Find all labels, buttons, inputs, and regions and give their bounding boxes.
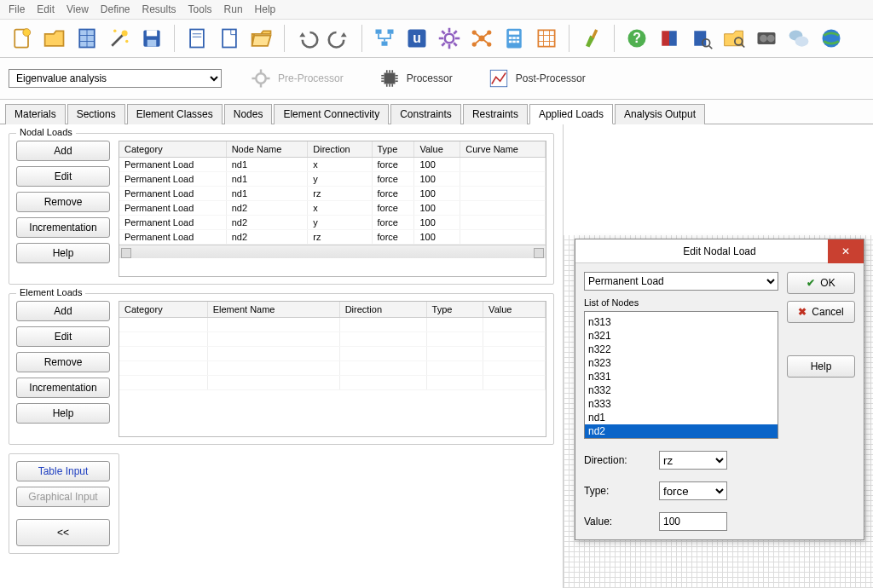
svg-rect-45 (512, 41, 516, 43)
tab-restraints[interactable]: Restraints (463, 104, 528, 124)
svg-rect-16 (376, 30, 382, 34)
molecule-icon[interactable] (468, 25, 495, 52)
menu-results[interactable]: Results (142, 3, 176, 15)
element-loads-grid[interactable]: Category Element Name Direction Type Val… (119, 301, 546, 437)
processor-button[interactable]: Processor (371, 63, 460, 94)
tab-constraints[interactable]: Constraints (390, 104, 461, 124)
nodal-remove-button[interactable]: Remove (16, 192, 110, 212)
svg-line-37 (474, 38, 482, 44)
doc2-icon[interactable] (216, 25, 243, 52)
graphical-input-button[interactable]: Graphical Input (16, 487, 110, 507)
menu-view[interactable]: View (66, 3, 89, 15)
building-icon[interactable] (73, 25, 101, 52)
book-icon[interactable] (656, 25, 683, 52)
element-incrementation-button[interactable]: Incrementation (16, 378, 110, 398)
globe-icon[interactable] (818, 25, 845, 52)
element-loads-title: Element Loads (16, 287, 85, 297)
element-help-button[interactable]: Help (16, 403, 110, 424)
dialog-close-button[interactable]: ✕ (828, 239, 864, 263)
list-item[interactable]: n331 (585, 370, 778, 383)
dialog-cancel-button[interactable]: ✖ Cancel (787, 301, 855, 323)
dialog-titlebar[interactable]: Edit Nodal Load ✕ (575, 239, 864, 263)
table-row[interactable]: Permanent Loadnd2rzforce100 (119, 230, 546, 245)
table-row[interactable]: Permanent Loadnd1xforce100 (119, 158, 546, 172)
value-label: Value: (584, 516, 652, 527)
list-item[interactable]: n332 (585, 383, 778, 397)
doc1-icon[interactable] (183, 25, 211, 52)
value-input[interactable]: 100 (659, 512, 727, 531)
wizard-icon[interactable] (106, 25, 133, 52)
nodal-add-button[interactable]: Add (16, 141, 110, 161)
table-row[interactable]: Permanent Loadnd1yforce100 (119, 172, 546, 187)
analysis-type-select[interactable]: Eigenvalue analysis (9, 69, 222, 88)
menu-tools[interactable]: Tools (188, 3, 212, 15)
tab-sections[interactable]: Sections (67, 104, 125, 124)
post-processor-button[interactable]: Post-Processor (480, 63, 593, 94)
list-item[interactable]: n323 (585, 356, 778, 370)
nodes-listbox[interactable]: n243n311n312n313n321n322n323n331n332n333… (584, 311, 778, 439)
load-category-select[interactable]: Permanent Load (584, 272, 778, 291)
list-item[interactable]: nd1 (585, 411, 778, 424)
table-input-button[interactable]: Table Input (16, 461, 110, 481)
nodal-edit-button[interactable]: Edit (16, 166, 110, 187)
open-file-icon[interactable] (41, 25, 68, 52)
element-edit-button[interactable]: Edit (16, 326, 110, 347)
nodal-incrementation-button[interactable]: Incrementation (16, 217, 110, 238)
svg-line-27 (454, 43, 457, 46)
nodal-grid-hscroll[interactable] (119, 245, 546, 258)
element-remove-button[interactable]: Remove (16, 352, 110, 372)
book-search-icon[interactable] (688, 25, 715, 52)
type-select[interactable]: force (659, 481, 727, 500)
table-row[interactable]: Permanent Loadnd1rzforce100 (119, 187, 546, 201)
tab-materials[interactable]: Materials (5, 104, 66, 124)
redo-icon[interactable] (326, 25, 353, 52)
help-icon[interactable]: ? (623, 25, 650, 52)
tree-icon[interactable] (371, 25, 398, 52)
folder-search-icon[interactable] (720, 25, 748, 52)
back-button[interactable]: << (16, 519, 110, 546)
tab-analysis-output[interactable]: Analysis Output (615, 104, 705, 124)
grid-icon[interactable] (533, 25, 560, 52)
table-row[interactable]: Permanent Loadnd2yforce100 (119, 216, 546, 230)
list-item[interactable]: n333 (585, 397, 778, 411)
processor-icon (378, 66, 402, 90)
tab-element-connectivity[interactable]: Element Connectivity (274, 104, 389, 124)
calculator-icon[interactable] (500, 25, 528, 52)
chat-icon[interactable] (785, 25, 812, 52)
tab-element-classes[interactable]: Element Classes (127, 104, 223, 124)
tab-applied-loads[interactable]: Applied Loads (529, 104, 613, 124)
svg-rect-15 (223, 30, 236, 48)
save-icon[interactable] (138, 25, 165, 52)
pre-processor-button[interactable]: Pre-Processor (242, 63, 350, 94)
dialog-ok-button[interactable]: ✔ OK (787, 272, 855, 294)
svg-line-29 (454, 31, 457, 34)
list-item[interactable]: nd2 (585, 424, 778, 438)
direction-select[interactable]: rz (659, 451, 727, 470)
undo-icon[interactable] (293, 25, 321, 52)
menu-run[interactable]: Run (224, 3, 243, 15)
brush-icon[interactable] (578, 25, 605, 52)
video-icon[interactable] (753, 25, 780, 52)
list-item[interactable]: n322 (585, 343, 778, 356)
list-item[interactable]: n321 (585, 329, 778, 343)
svg-rect-10 (147, 30, 157, 36)
menu-help[interactable]: Help (255, 3, 276, 15)
svg-point-65 (256, 73, 265, 83)
menu-define[interactable]: Define (101, 3, 130, 15)
open-folder-icon[interactable] (248, 25, 275, 52)
svg-point-63 (795, 36, 809, 46)
menu-edit[interactable]: Edit (37, 3, 55, 15)
new-file-icon[interactable] (9, 25, 36, 52)
u-icon[interactable]: u (403, 25, 431, 52)
nodal-loads-grid[interactable]: Category Node Name Direction Type Value … (119, 141, 546, 277)
svg-rect-11 (147, 40, 157, 47)
dialog-help-button[interactable]: Help (787, 355, 855, 378)
gear-icon[interactable] (436, 25, 463, 52)
list-item[interactable]: n313 (585, 315, 778, 329)
nodal-help-button[interactable]: Help (16, 243, 110, 263)
menu-file[interactable]: File (9, 3, 25, 15)
svg-rect-18 (382, 42, 388, 46)
element-add-button[interactable]: Add (16, 301, 110, 321)
tab-nodes[interactable]: Nodes (224, 104, 273, 124)
table-row[interactable]: Permanent Loadnd2xforce100 (119, 201, 546, 216)
